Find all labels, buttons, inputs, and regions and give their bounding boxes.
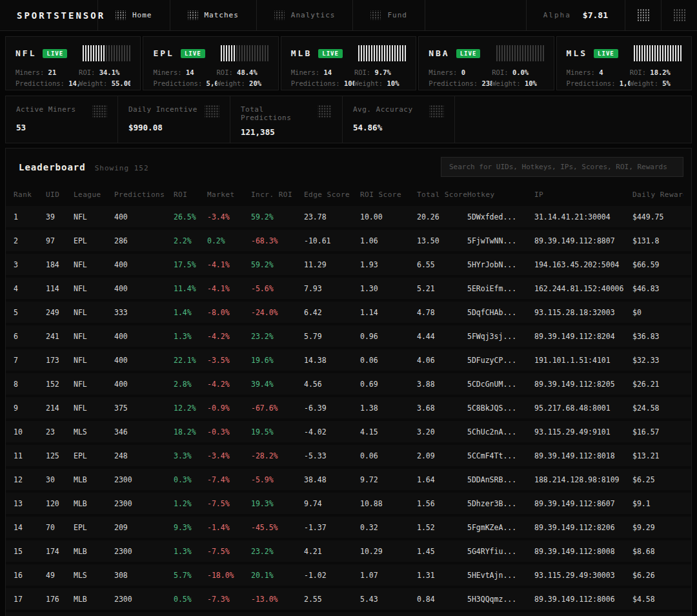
- cell-rank: 14: [14, 523, 46, 532]
- cell-roi-score: 4.15: [360, 427, 417, 436]
- cell-roi-score: 0.96: [360, 332, 417, 341]
- cell-total-score: 2.09: [417, 451, 467, 460]
- stat-value: 14: [323, 68, 332, 76]
- cell-league: MLB: [74, 595, 114, 604]
- stat-cards: Active Miners53Daily Incentive$990.08Tot…: [5, 96, 692, 143]
- nav-item-label: Matches: [205, 11, 239, 19]
- league-card-nba: NBALIVEMiners: 0ROI: 0.0%Predictions: 23…: [418, 36, 554, 90]
- cell-rank: 17: [14, 595, 46, 604]
- table-row[interactable]: 4114NFL40011.4%-4.1%-5.6%7.931.305.215ER…: [6, 278, 691, 299]
- cell-incr-roi: 19.6%: [251, 356, 304, 365]
- league-stat: Miners: 21: [15, 68, 79, 76]
- cell-roi-score: 1.06: [360, 236, 417, 245]
- cell-total-score: 1.31: [417, 571, 467, 580]
- table-row[interactable]: 1649MLS3085.7%-18.0%20.1%-1.021.071.315H…: [6, 564, 691, 586]
- cell-total-score: 13.50: [417, 236, 467, 245]
- live-badge: LIVE: [181, 49, 205, 58]
- cell-incr-roi: -24.0%: [251, 308, 304, 317]
- stat-card-head: Daily Incentive: [128, 105, 219, 118]
- stat-label: Predictions:: [291, 79, 344, 87]
- stat-label: ROI:: [354, 68, 375, 76]
- stat-card-active-miners: Active Miners53: [6, 96, 118, 143]
- table-row[interactable]: 13120MLB23001.2%-7.5%19.3%9.7410.881.565…: [6, 493, 691, 514]
- activity-bar-fill: [83, 45, 104, 61]
- dots-grid-icon: [205, 105, 219, 118]
- table-row[interactable]: 1470EPL2099.3%-1.4%-45.5%-1.370.321.525F…: [6, 517, 691, 538]
- cell-daily-reward: $131.8: [632, 236, 683, 245]
- cell-edge-score: 38.48: [304, 475, 360, 484]
- table-row[interactable]: 7173NFL40022.1%-3.5%19.6%14.380.064.065D…: [6, 349, 691, 371]
- cell-roi: 1.4%: [174, 308, 207, 317]
- league-stat: Predictions: 238: [429, 79, 492, 87]
- cell-hotkey: 5Dhzer3B...: [467, 499, 534, 508]
- grid-menu-button[interactable]: [625, 0, 661, 30]
- cell-league: NFL: [74, 308, 114, 317]
- activity-bar: [358, 45, 406, 61]
- cell-rank: 10: [14, 427, 46, 436]
- stat-card-head: Active Miners: [16, 105, 107, 118]
- cell-uid: 173: [46, 356, 74, 365]
- table-row[interactable]: 139NFL40026.5%-3.4%59.2%23.7810.0020.265…: [6, 206, 691, 227]
- nav-item-label: Fund: [387, 11, 407, 19]
- cell-roi: 9.3%: [174, 523, 207, 532]
- cell-incr-roi: 59.2%: [251, 260, 304, 269]
- cell-ip: 93.115.28.18:32003: [534, 308, 632, 317]
- stat-value: 14,160: [68, 79, 79, 87]
- cell-daily-reward: $0: [632, 308, 683, 317]
- table-row[interactable]: 5249NFL3331.4%-8.0%-24.0%6.421.144.785Dq…: [6, 302, 691, 323]
- table-row[interactable]: 3184NFL40017.5%-4.1%59.2%11.291.936.555H…: [6, 254, 691, 275]
- stat-label: Weight:: [492, 79, 525, 87]
- cell-daily-reward: $8.68: [632, 547, 683, 556]
- league-stat: Weight: 10%: [354, 79, 406, 87]
- apps-menu-button[interactable]: [661, 0, 697, 30]
- table-row[interactable]: 9214NFL37512.2%-0.9%-67.6%-6.391.383.685…: [6, 397, 691, 418]
- logo: SPORTSTENSOR: [0, 0, 98, 30]
- cell-incr-roi: -68.3%: [251, 236, 304, 245]
- nav-spacer: [425, 0, 526, 30]
- nav-item-fund[interactable]: Fund: [353, 0, 425, 30]
- league-name: NBA: [429, 48, 449, 58]
- table-header: RankUIDLeaguePredictionsROIMarketIncr. R…: [6, 185, 691, 203]
- cell-edge-score: -1.37: [304, 523, 360, 532]
- nav-item-home[interactable]: Home: [98, 0, 170, 30]
- league-stat: Predictions: 100,267: [291, 79, 354, 87]
- cell-daily-reward: $6.26: [632, 571, 683, 580]
- stat-label: Weight:: [79, 79, 112, 87]
- table-row[interactable]: 6241NFL4001.3%-4.2%23.2%5.790.964.445FWq…: [6, 325, 691, 347]
- table-row[interactable]: 1023MLS34618.2%-0.3%19.5%-4.024.153.205C…: [6, 421, 691, 442]
- cell-daily-reward: $6.25: [632, 475, 683, 484]
- cell-predictions: 2300: [114, 499, 174, 508]
- cell-roi: 2.8%: [174, 380, 207, 389]
- cell-roi: 22.1%: [174, 356, 207, 365]
- cell-predictions: 209: [114, 523, 174, 532]
- cell-hotkey: 5H3QQqmz...: [467, 595, 534, 604]
- table-row[interactable]: 297EPL2862.2%0.2%-68.3%-10.611.0613.505F…: [6, 230, 691, 251]
- top-nav: SPORTSTENSOR HomeMatchesAnalyticsFund Al…: [0, 0, 697, 31]
- table-row[interactable]: 15174MLB23001.3%-7.5%23.2%4.2110.291.455…: [6, 540, 691, 562]
- stat-card-value: 53: [16, 123, 107, 132]
- league-name: NFL: [15, 48, 36, 58]
- cell-daily-reward: $32.33: [632, 356, 683, 365]
- nav-item-analytics[interactable]: Analytics: [257, 0, 354, 30]
- cell-league: NFL: [74, 356, 114, 365]
- cell-market: -7.5%: [207, 547, 251, 556]
- cell-roi-score: 1.93: [360, 260, 417, 269]
- table-row[interactable]: 17176MLB23000.5%-7.3%-13.0%2.555.430.845…: [6, 588, 691, 610]
- activity-bar: [496, 45, 544, 61]
- cell-incr-roi: 59.2%: [251, 212, 304, 221]
- table-row[interactable]: 11125EPL2483.3%-3.4%-28.2%-5.330.062.095…: [6, 445, 691, 466]
- table-row[interactable]: 1230MLB23000.3%-7.4%-5.9%38.489.721.645D…: [6, 469, 691, 490]
- cell-league: EPL: [74, 523, 114, 532]
- cell-market: -4.1%: [207, 260, 251, 269]
- cell-roi-score: 9.72: [360, 475, 417, 484]
- stat-value: 4: [599, 68, 603, 76]
- table-row[interactable]: 8152NFL4002.8%-4.2%39.4%4.560.693.885CDc…: [6, 373, 691, 395]
- search-input[interactable]: [441, 157, 683, 177]
- cell-total-score: 3.20: [417, 427, 467, 436]
- cell-uid: 120: [46, 499, 74, 508]
- cell-edge-score: 4.56: [304, 380, 360, 389]
- nav-item-matches[interactable]: Matches: [170, 0, 257, 30]
- league-stat: Miners: 14: [153, 68, 216, 76]
- leaderboard-header: Leaderboard Showing 152: [6, 149, 691, 185]
- cell-rank: 13: [14, 499, 46, 508]
